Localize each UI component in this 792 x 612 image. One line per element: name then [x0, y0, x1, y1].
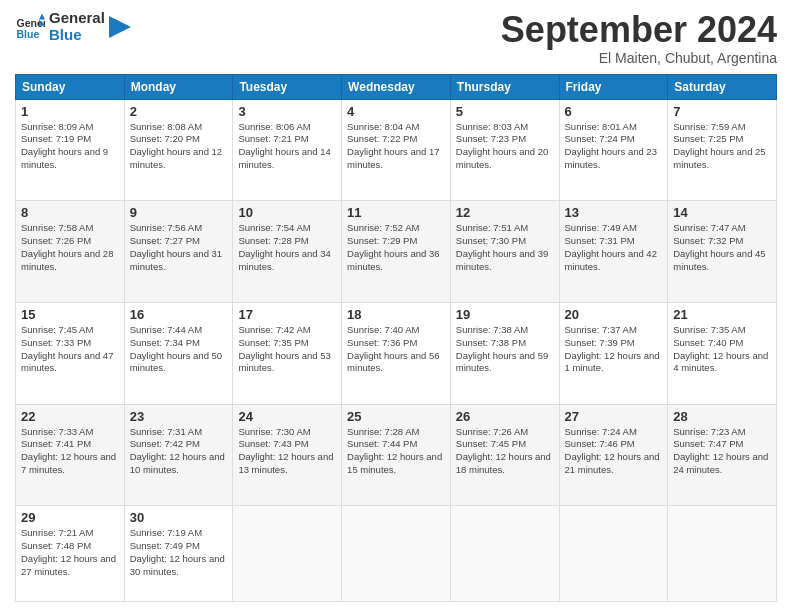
day-cell-3: 3 Sunrise: 8:06 AMSunset: 7:21 PMDayligh…: [233, 99, 342, 201]
location-subtitle: El Maiten, Chubut, Argentina: [501, 50, 777, 66]
table-row: 1 Sunrise: 8:09 AMSunset: 7:19 PMDayligh…: [16, 99, 777, 201]
empty-cell: [233, 506, 342, 602]
col-tuesday: Tuesday: [233, 74, 342, 99]
col-monday: Monday: [124, 74, 233, 99]
col-friday: Friday: [559, 74, 668, 99]
col-saturday: Saturday: [668, 74, 777, 99]
day-cell-8: 8 Sunrise: 7:58 AMSunset: 7:26 PMDayligh…: [16, 201, 125, 303]
table-row: 8 Sunrise: 7:58 AMSunset: 7:26 PMDayligh…: [16, 201, 777, 303]
day-cell-19: 19 Sunrise: 7:38 AMSunset: 7:38 PMDaylig…: [450, 302, 559, 404]
svg-text:Blue: Blue: [17, 27, 40, 39]
col-thursday: Thursday: [450, 74, 559, 99]
col-wednesday: Wednesday: [342, 74, 451, 99]
day-cell-20: 20 Sunrise: 7:37 AMSunset: 7:39 PMDaylig…: [559, 302, 668, 404]
empty-cell: [342, 506, 451, 602]
day-cell-5: 5 Sunrise: 8:03 AMSunset: 7:23 PMDayligh…: [450, 99, 559, 201]
day-cell-23: 23 Sunrise: 7:31 AMSunset: 7:42 PMDaylig…: [124, 404, 233, 506]
calendar-table: Sunday Monday Tuesday Wednesday Thursday…: [15, 74, 777, 602]
empty-cell: [450, 506, 559, 602]
day-cell-21: 21 Sunrise: 7:35 AMSunset: 7:40 PMDaylig…: [668, 302, 777, 404]
month-title: September 2024: [501, 10, 777, 50]
day-cell-10: 10 Sunrise: 7:54 AMSunset: 7:28 PMDaylig…: [233, 201, 342, 303]
day-cell-25: 25 Sunrise: 7:28 AMSunset: 7:44 PMDaylig…: [342, 404, 451, 506]
logo: General Blue General Blue: [15, 10, 131, 43]
day-cell-27: 27 Sunrise: 7:24 AMSunset: 7:46 PMDaylig…: [559, 404, 668, 506]
day-cell-12: 12 Sunrise: 7:51 AMSunset: 7:30 PMDaylig…: [450, 201, 559, 303]
day-cell-30: 30 Sunrise: 7:19 AMSunset: 7:49 PMDaylig…: [124, 506, 233, 602]
logo-blue: Blue: [49, 27, 105, 44]
col-sunday: Sunday: [16, 74, 125, 99]
empty-cell: [559, 506, 668, 602]
day-cell-17: 17 Sunrise: 7:42 AMSunset: 7:35 PMDaylig…: [233, 302, 342, 404]
svg-marker-4: [109, 16, 131, 38]
logo-general: General: [49, 10, 105, 27]
day-cell-6: 6 Sunrise: 8:01 AMSunset: 7:24 PMDayligh…: [559, 99, 668, 201]
header: General Blue General Blue September 2024…: [15, 10, 777, 66]
day-cell-24: 24 Sunrise: 7:30 AMSunset: 7:43 PMDaylig…: [233, 404, 342, 506]
logo-arrow-icon: [109, 16, 131, 38]
day-cell-22: 22 Sunrise: 7:33 AMSunset: 7:41 PMDaylig…: [16, 404, 125, 506]
day-cell-29: 29 Sunrise: 7:21 AMSunset: 7:48 PMDaylig…: [16, 506, 125, 602]
day-cell-11: 11 Sunrise: 7:52 AMSunset: 7:29 PMDaylig…: [342, 201, 451, 303]
empty-cell: [668, 506, 777, 602]
day-cell-4: 4 Sunrise: 8:04 AMSunset: 7:22 PMDayligh…: [342, 99, 451, 201]
day-cell-1: 1 Sunrise: 8:09 AMSunset: 7:19 PMDayligh…: [16, 99, 125, 201]
day-cell-9: 9 Sunrise: 7:56 AMSunset: 7:27 PMDayligh…: [124, 201, 233, 303]
table-row: 22 Sunrise: 7:33 AMSunset: 7:41 PMDaylig…: [16, 404, 777, 506]
table-row: 29 Sunrise: 7:21 AMSunset: 7:48 PMDaylig…: [16, 506, 777, 602]
day-cell-13: 13 Sunrise: 7:49 AMSunset: 7:31 PMDaylig…: [559, 201, 668, 303]
day-cell-18: 18 Sunrise: 7:40 AMSunset: 7:36 PMDaylig…: [342, 302, 451, 404]
calendar-header-row: Sunday Monday Tuesday Wednesday Thursday…: [16, 74, 777, 99]
day-cell-7: 7 Sunrise: 7:59 AMSunset: 7:25 PMDayligh…: [668, 99, 777, 201]
day-cell-28: 28 Sunrise: 7:23 AMSunset: 7:47 PMDaylig…: [668, 404, 777, 506]
day-cell-16: 16 Sunrise: 7:44 AMSunset: 7:34 PMDaylig…: [124, 302, 233, 404]
logo-icon: General Blue: [15, 12, 45, 42]
day-cell-15: 15 Sunrise: 7:45 AMSunset: 7:33 PMDaylig…: [16, 302, 125, 404]
day-cell-14: 14 Sunrise: 7:47 AMSunset: 7:32 PMDaylig…: [668, 201, 777, 303]
day-cell-2: 2 Sunrise: 8:08 AMSunset: 7:20 PMDayligh…: [124, 99, 233, 201]
day-cell-26: 26 Sunrise: 7:26 AMSunset: 7:45 PMDaylig…: [450, 404, 559, 506]
title-area: September 2024 El Maiten, Chubut, Argent…: [501, 10, 777, 66]
table-row: 15 Sunrise: 7:45 AMSunset: 7:33 PMDaylig…: [16, 302, 777, 404]
page: General Blue General Blue September 2024…: [0, 0, 792, 612]
